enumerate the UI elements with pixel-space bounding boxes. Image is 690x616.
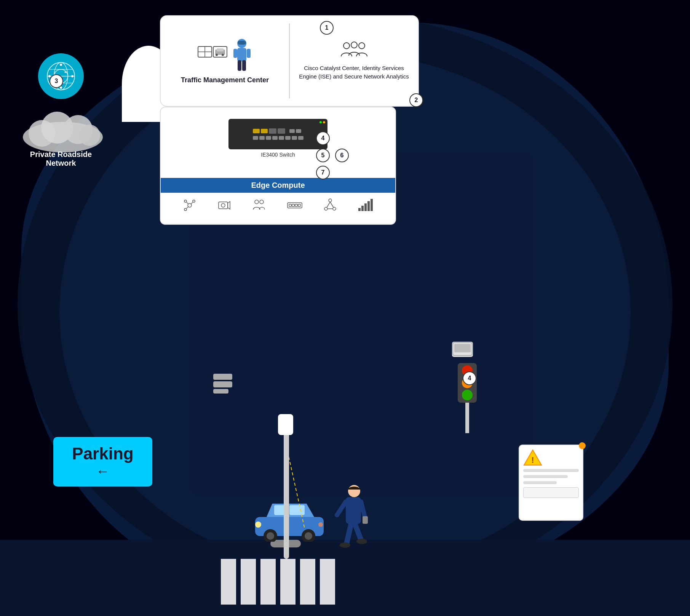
svg-rect-46 <box>364 203 367 211</box>
svg-rect-81 <box>363 516 368 524</box>
edge-icons-row <box>168 193 388 216</box>
svg-rect-15 <box>242 60 246 71</box>
svg-rect-8 <box>217 48 224 51</box>
svg-marker-29 <box>228 202 230 209</box>
officer-icon <box>232 38 252 72</box>
camera-icon-small <box>217 198 232 213</box>
alert-input <box>523 487 579 498</box>
svg-line-41 <box>327 202 330 208</box>
camera-box <box>452 342 473 357</box>
badge-6: 6 <box>335 149 349 162</box>
alert-box: ! <box>519 445 583 521</box>
crosswalk-stripe <box>300 559 315 605</box>
svg-rect-12 <box>238 41 246 45</box>
crosswalk-stripe <box>260 559 276 605</box>
svg-point-24 <box>184 208 187 211</box>
svg-rect-28 <box>219 202 228 209</box>
svg-rect-33 <box>288 203 302 208</box>
sensor-disc-3 <box>213 389 228 394</box>
tmc-box: Traffic Management Center Cisco Catalyst… <box>160 15 419 107</box>
tmc-title: Traffic Management Center <box>181 76 269 84</box>
crosswalk-stripe <box>280 559 295 605</box>
svg-rect-45 <box>361 206 364 211</box>
svg-line-82 <box>347 524 351 544</box>
detection-beam <box>267 426 343 540</box>
svg-point-57 <box>71 75 73 77</box>
svg-point-84 <box>340 542 350 548</box>
badge-7: 7 <box>316 166 330 179</box>
tmc-icons <box>197 38 252 72</box>
svg-rect-17 <box>247 49 251 58</box>
svg-rect-34 <box>289 204 291 206</box>
badge-3: 3 <box>50 74 63 88</box>
switch-area: IE3400 Switch <box>168 115 388 178</box>
svg-point-85 <box>356 539 367 544</box>
parking-text: Parking <box>72 444 133 463</box>
svg-line-25 <box>187 202 188 204</box>
alert-line-2 <box>523 475 568 478</box>
cisco-users-icon <box>339 41 369 60</box>
network-switch-icon <box>287 198 303 213</box>
sensor-pole <box>284 429 289 559</box>
map-icon <box>197 46 228 72</box>
svg-point-30 <box>221 203 225 207</box>
svg-rect-13 <box>237 48 246 61</box>
badge-4-main: 4 <box>316 131 330 145</box>
sensor-disc-1 <box>213 374 232 380</box>
svg-rect-78 <box>346 497 361 524</box>
alert-line-3 <box>523 481 557 484</box>
users-icon-small <box>252 198 266 213</box>
tmc-right-panel: Cisco Catalyst Center, Identity Services… <box>290 16 418 106</box>
sensor-disc-2 <box>213 381 232 387</box>
ie3400-switch-image <box>228 119 327 149</box>
svg-line-26 <box>191 202 193 204</box>
svg-text:!: ! <box>531 455 534 465</box>
svg-line-80 <box>361 502 365 517</box>
svg-rect-35 <box>292 204 294 206</box>
svg-point-55 <box>60 64 62 66</box>
crosswalk <box>221 559 335 605</box>
svg-point-18 <box>343 43 350 49</box>
crosswalk-stripe <box>241 559 256 605</box>
signal-bars-icon <box>358 198 374 213</box>
cloud-svg <box>19 107 107 152</box>
bollard <box>278 414 293 435</box>
alert-orange-dot <box>579 442 586 449</box>
svg-line-83 <box>355 524 361 540</box>
svg-point-65 <box>79 125 100 146</box>
edge-compute-box: IE3400 Switch Edge Compute <box>160 107 396 225</box>
crosswalk-stripe <box>320 559 335 605</box>
svg-point-39 <box>324 207 327 210</box>
svg-point-19 <box>351 42 357 48</box>
svg-rect-36 <box>295 204 297 206</box>
badge-2: 2 <box>409 93 423 107</box>
svg-rect-44 <box>358 208 361 211</box>
edge-box-inner: IE3400 Switch Edge Compute <box>161 107 395 224</box>
cisco-description: Cisco Catalyst Center, Identity Services… <box>297 64 410 81</box>
svg-line-42 <box>330 202 334 208</box>
topology-icon <box>323 198 337 213</box>
private-roadside-network: Private Roadside Network <box>8 23 137 175</box>
svg-rect-14 <box>238 60 241 71</box>
svg-point-22 <box>184 200 187 202</box>
tl-post <box>465 403 469 433</box>
parking-arrow: ← <box>96 463 110 479</box>
svg-point-40 <box>333 207 336 210</box>
svg-point-75 <box>255 522 261 528</box>
ie3400-label: IE3400 Switch <box>261 152 295 158</box>
alert-line-1 <box>523 469 579 472</box>
badge-4-bottom: 4 <box>463 371 476 385</box>
edge-compute-bar: Edge Compute <box>161 178 395 193</box>
camera-box-svg <box>452 342 473 356</box>
private-network-label: Private Roadside Network <box>23 150 99 168</box>
badge-1: 1 <box>320 21 334 35</box>
badge-5: 5 <box>316 149 330 162</box>
sensor-stack <box>213 374 232 395</box>
tl-green <box>462 390 473 400</box>
svg-rect-16 <box>233 49 237 58</box>
parking-sign: Parking ← <box>53 437 152 486</box>
svg-point-9 <box>216 54 218 56</box>
warning-triangle: ! <box>523 449 542 466</box>
svg-point-32 <box>260 200 264 204</box>
svg-rect-67 <box>454 344 471 352</box>
